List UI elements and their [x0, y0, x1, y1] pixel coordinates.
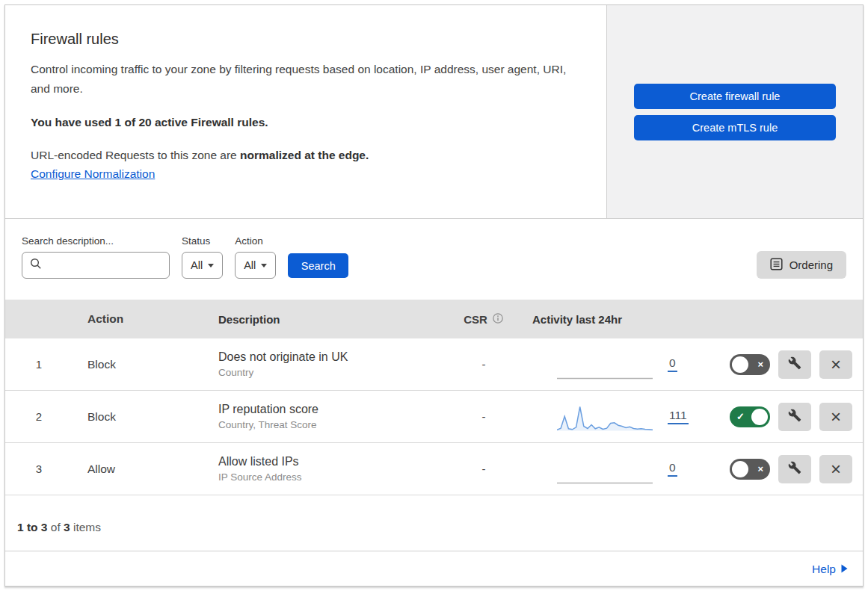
- delete-rule-button[interactable]: ×: [819, 403, 852, 431]
- close-icon: ×: [831, 408, 841, 426]
- toggle-knob: [732, 461, 748, 477]
- status-filter-group: Status All: [182, 235, 223, 279]
- actions-panel: Create firewall rule Create mTLS rule: [606, 5, 863, 218]
- rule-number: 2: [5, 410, 73, 423]
- toggle-state-icon: ×: [757, 463, 763, 474]
- activity-count-link[interactable]: 0: [668, 461, 677, 477]
- search-icon: [30, 258, 42, 273]
- rule-action: Block: [73, 410, 203, 424]
- chevron-down-icon: [208, 264, 214, 267]
- arrow-right-icon: [841, 563, 848, 576]
- rule-number: 3: [5, 462, 73, 475]
- action-dropdown-value: All: [244, 259, 256, 271]
- rule-activity-cell: 0: [529, 454, 719, 484]
- rule-csr-value: -: [439, 462, 529, 475]
- action-filter-group: Action All: [235, 235, 276, 279]
- delete-rule-button[interactable]: ×: [819, 350, 852, 379]
- usage-summary: You have used 1 of 20 active Firewall ru…: [31, 116, 576, 129]
- header-section: Firewall rules Control incoming traffic …: [5, 5, 863, 219]
- rule-action: Block: [73, 358, 203, 371]
- firewall-rules-panel: Firewall rules Control incoming traffic …: [4, 4, 864, 587]
- column-header-activity: Activity last 24hr: [529, 313, 719, 326]
- toggle-knob: [751, 409, 768, 425]
- activity-count-link[interactable]: 0: [668, 356, 677, 372]
- search-label: Search description...: [22, 235, 170, 247]
- column-header-csr: CSR: [439, 312, 529, 327]
- chevron-down-icon: [261, 264, 267, 267]
- items-total: 3: [64, 521, 70, 533]
- column-header-description: Description: [203, 313, 439, 326]
- delete-rule-button[interactable]: ×: [819, 455, 852, 483]
- rule-criteria: IP Source Address: [218, 471, 439, 483]
- edit-rule-button[interactable]: [778, 403, 811, 431]
- header-text-block: Firewall rules Control incoming traffic …: [5, 5, 606, 218]
- wrench-icon: [788, 409, 801, 424]
- ordering-list-icon: [770, 258, 783, 273]
- create-mtls-rule-button[interactable]: Create mTLS rule: [634, 115, 836, 140]
- rule-criteria: Country: [218, 367, 439, 378]
- activity-sparkline: [557, 454, 653, 484]
- activity-sparkline: [557, 350, 653, 380]
- rule-controls: × ×: [719, 350, 863, 379]
- toggle-state-icon: ×: [757, 359, 763, 370]
- info-icon[interactable]: [492, 312, 504, 327]
- table-row: 1 Block Does not originate in UK Country…: [5, 338, 863, 391]
- status-label: Status: [182, 235, 223, 247]
- rule-controls: × ×: [719, 455, 863, 483]
- activity-sparkline: [557, 402, 653, 432]
- status-dropdown[interactable]: All: [182, 252, 223, 279]
- activity-count-link[interactable]: 111: [668, 409, 689, 424]
- toggle-state-icon: ✓: [736, 411, 745, 422]
- close-icon: ×: [831, 356, 841, 374]
- pagination-summary: 1 to 3 of 3 items: [5, 495, 863, 551]
- help-link[interactable]: Help: [812, 563, 848, 576]
- rule-enabled-toggle[interactable]: ×: [730, 459, 770, 480]
- toggle-knob: [732, 356, 748, 373]
- rule-criteria: Country, Threat Score: [218, 419, 439, 430]
- create-firewall-rule-button[interactable]: Create firewall rule: [634, 84, 836, 109]
- items-of-text: of: [47, 521, 64, 533]
- rule-activity-cell: 0: [529, 350, 719, 380]
- search-input-container[interactable]: [22, 252, 170, 279]
- search-group: Search description...: [22, 235, 170, 279]
- rule-description: Does not originate in UK: [218, 350, 439, 364]
- edit-rule-button[interactable]: [778, 350, 811, 379]
- rule-description: IP reputation score: [218, 403, 439, 416]
- items-label: items: [70, 521, 101, 533]
- page-description: Control incoming traffic to your zone by…: [31, 60, 576, 98]
- help-bar: Help: [5, 551, 863, 587]
- rule-csr-value: -: [439, 358, 529, 371]
- rule-controls: ✓ ×: [719, 403, 863, 431]
- table-row: 3 Allow Allow listed IPs IP Source Addre…: [5, 443, 863, 495]
- normalization-prefix: URL-encoded Requests to this zone are: [31, 149, 240, 161]
- rule-description-cell: IP reputation score Country, Threat Scor…: [203, 403, 439, 430]
- rule-description-cell: Allow listed IPs IP Source Address: [203, 455, 439, 483]
- table-row: 2 Block IP reputation score Country, Thr…: [5, 391, 863, 443]
- ordering-button-label: Ordering: [789, 259, 833, 271]
- edit-rule-button[interactable]: [778, 455, 811, 483]
- rule-enabled-toggle[interactable]: ×: [730, 354, 770, 375]
- wrench-icon: [788, 356, 801, 372]
- rule-enabled-toggle[interactable]: ✓: [730, 406, 770, 427]
- rule-action: Allow: [73, 462, 203, 476]
- normalization-bold: normalized at the edge.: [240, 149, 369, 161]
- help-link-label: Help: [812, 563, 836, 576]
- rule-description: Allow listed IPs: [218, 455, 439, 468]
- configure-normalization-link[interactable]: Configure Normalization: [31, 167, 155, 181]
- column-header-action: Action: [73, 312, 203, 326]
- search-button[interactable]: Search: [288, 253, 348, 278]
- rule-csr-value: -: [439, 410, 529, 423]
- wrench-icon: [788, 461, 801, 477]
- rule-description-cell: Does not originate in UK Country: [203, 350, 439, 378]
- filter-bar: Search description... Status All Action …: [5, 219, 863, 300]
- action-label: Action: [235, 235, 276, 247]
- rules-table: Action Description CSR Activity last 24h…: [5, 300, 863, 495]
- status-dropdown-value: All: [191, 259, 203, 271]
- action-dropdown[interactable]: All: [235, 252, 276, 279]
- ordering-button[interactable]: Ordering: [757, 251, 846, 279]
- rule-number: 1: [5, 358, 73, 371]
- rule-activity-cell: 111: [529, 402, 719, 432]
- search-input[interactable]: [48, 259, 183, 271]
- items-range: 1 to 3: [17, 521, 47, 533]
- normalization-text: URL-encoded Requests to this zone are no…: [31, 149, 576, 162]
